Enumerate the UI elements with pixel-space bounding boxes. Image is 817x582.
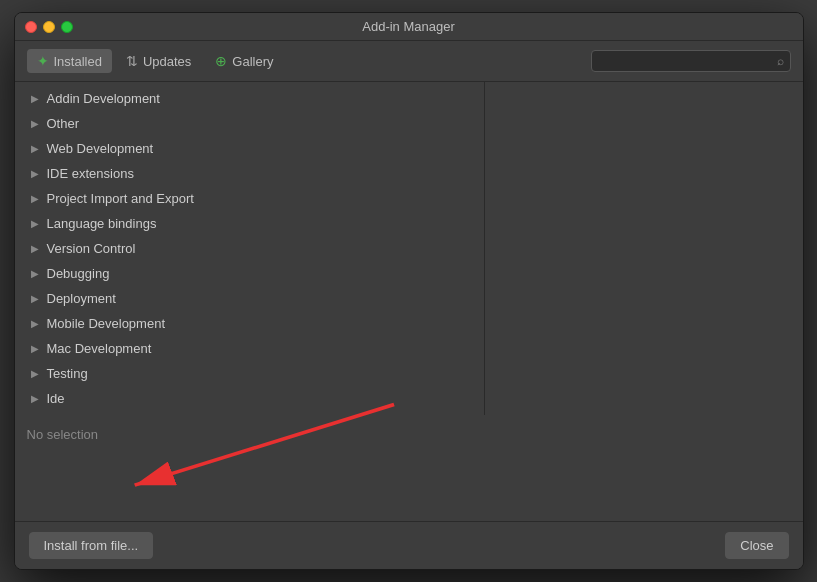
chevron-right-icon: ▶	[31, 268, 39, 279]
install-from-file-button[interactable]: Install from file...	[29, 532, 154, 559]
content-area: ▶ Addin Development ▶ Other ▶ Web Develo…	[15, 82, 803, 521]
close-button[interactable]	[25, 21, 37, 33]
title-bar: Add-in Manager	[15, 13, 803, 41]
chevron-right-icon: ▶	[31, 318, 39, 329]
list-item[interactable]: ▶ Mobile Development	[15, 311, 484, 336]
circle-check-icon: ⊕	[215, 53, 227, 69]
list-item[interactable]: ▶ Ide	[15, 386, 484, 411]
chevron-right-icon: ▶	[31, 93, 39, 104]
tab-installed-label: Installed	[54, 54, 102, 69]
chevron-right-icon: ▶	[31, 118, 39, 129]
list-item[interactable]: ▶ Testing	[15, 361, 484, 386]
tab-installed[interactable]: ✦ Installed	[27, 49, 112, 73]
list-item[interactable]: ▶ IDE extensions	[15, 161, 484, 186]
toolbar: ✦ Installed ⇅ Updates ⊕ Gallery ⌕	[15, 41, 803, 82]
tab-updates[interactable]: ⇅ Updates	[116, 49, 201, 73]
chevron-right-icon: ▶	[31, 218, 39, 229]
list-item[interactable]: ▶ Mac Development	[15, 336, 484, 361]
chevron-right-icon: ▶	[31, 393, 39, 404]
window-title: Add-in Manager	[362, 19, 455, 34]
chevron-right-icon: ▶	[31, 193, 39, 204]
chevron-right-icon: ▶	[31, 343, 39, 354]
traffic-lights	[25, 21, 73, 33]
list-item[interactable]: ▶ Debugging	[15, 261, 484, 286]
search-icon: ⌕	[777, 54, 784, 68]
tab-gallery[interactable]: ⊕ Gallery	[205, 49, 283, 73]
close-dialog-button[interactable]: Close	[725, 532, 788, 559]
chevron-right-icon: ▶	[31, 243, 39, 254]
tabs-container: ✦ Installed ⇅ Updates ⊕ Gallery	[27, 49, 284, 73]
list-item[interactable]: ▶ Language bindings	[15, 211, 484, 236]
maximize-button[interactable]	[61, 21, 73, 33]
puzzle-icon: ✦	[37, 53, 49, 69]
chevron-right-icon: ▶	[31, 143, 39, 154]
list-item[interactable]: ▶ Version Control	[15, 236, 484, 261]
left-panel: ▶ Addin Development ▶ Other ▶ Web Develo…	[15, 82, 485, 415]
chevron-right-icon: ▶	[31, 168, 39, 179]
add-in-manager-window: Add-in Manager ✦ Installed ⇅ Updates ⊕ G…	[14, 12, 804, 570]
list-item[interactable]: ▶ Project Import and Export	[15, 186, 484, 211]
minimize-button[interactable]	[43, 21, 55, 33]
tab-gallery-label: Gallery	[232, 54, 273, 69]
no-selection-text: No selection	[27, 427, 99, 442]
list-item[interactable]: ▶ Addin Development	[15, 86, 484, 111]
tab-updates-label: Updates	[143, 54, 191, 69]
chevron-right-icon: ▶	[31, 293, 39, 304]
chevron-right-icon: ▶	[31, 368, 39, 379]
list-item[interactable]: ▶ Deployment	[15, 286, 484, 311]
search-box[interactable]: ⌕	[591, 50, 791, 72]
list-item[interactable]: ▶ Other	[15, 111, 484, 136]
arrows-icon: ⇅	[126, 53, 138, 69]
list-item[interactable]: ▶ Web Development	[15, 136, 484, 161]
bottom-bar: Install from file... Close	[15, 521, 803, 569]
right-panel: No selection	[15, 415, 803, 521]
search-input[interactable]	[598, 54, 777, 68]
